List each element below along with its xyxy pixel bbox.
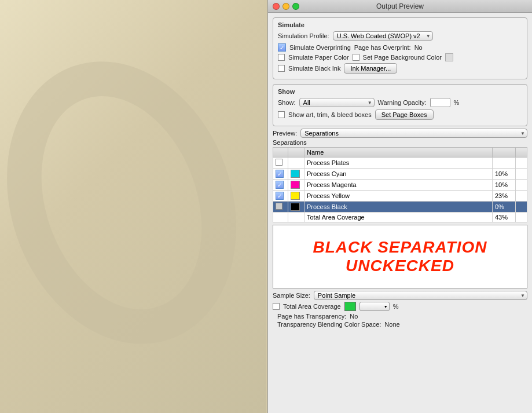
close-button[interactable] xyxy=(273,3,280,10)
col-pct xyxy=(493,148,516,158)
process-black-checkbox[interactable] xyxy=(276,203,282,210)
total-area-coverage-label: Total Area Coverage xyxy=(283,303,341,310)
table-row: Process Cyan 10% xyxy=(273,169,527,180)
show-row: Show: AllCompositesSeparations Warning O… xyxy=(278,98,522,107)
col-check xyxy=(273,148,288,158)
preview-area: BLACK SEPARATION UNCKECKED xyxy=(273,225,527,288)
page-transparency-label: Page has Transparency: xyxy=(277,313,346,320)
show-art-trim-checkbox[interactable] xyxy=(278,111,285,118)
yellow-swatch xyxy=(291,192,300,200)
total-area-coverage-color[interactable] xyxy=(344,302,356,311)
set-page-bg-color-swatch[interactable] xyxy=(445,53,453,61)
page-transparency-value: No xyxy=(350,313,358,320)
separations-table-header: Name xyxy=(273,148,527,158)
set-page-bg-label: Set Page Background Color xyxy=(363,54,442,61)
row-extra xyxy=(516,180,527,191)
row-extra xyxy=(516,202,527,213)
separations-table: Name Process Plates xyxy=(273,147,527,222)
col-name: Name xyxy=(304,148,493,158)
simulate-section: Simulate Simulation Profile: U.S. Web Co… xyxy=(273,17,527,79)
row-swatch xyxy=(288,169,304,180)
maximize-button[interactable] xyxy=(292,3,299,10)
ink-manager-button[interactable]: Ink Manager... xyxy=(344,63,397,74)
simulation-profile-label: Simulation Profile: xyxy=(278,32,329,39)
total-area-coverage-checkbox[interactable] xyxy=(273,303,280,310)
preview-dropdown[interactable]: SeparationsOverprint PreviewColor Warnin… xyxy=(300,129,527,138)
bottom-section: Sample Size: Point Sample3 by 3 Average5… xyxy=(273,291,527,328)
process-yellow-checkbox[interactable] xyxy=(276,192,284,200)
row-check xyxy=(273,213,288,222)
minimize-button[interactable] xyxy=(282,3,289,10)
table-row: Process Plates xyxy=(273,158,527,169)
transparency-blend-row: Transparency Blending Color Space: None xyxy=(277,321,523,328)
total-area-pct: % xyxy=(393,303,399,310)
simulate-black-ink-checkbox[interactable] xyxy=(278,65,285,72)
row-check[interactable] xyxy=(273,180,288,191)
table-row-process-black: Process Black 0% xyxy=(273,202,527,213)
preview-content-text: BLACK SEPARATION UNCKECKED xyxy=(273,238,527,275)
window-title: Output Preview xyxy=(376,2,424,10)
simulate-overprinting-checkbox[interactable] xyxy=(278,43,286,52)
row-name: Process Plates xyxy=(304,158,493,169)
preview-row: Preview: SeparationsOverprint PreviewCol… xyxy=(273,129,527,138)
row-swatch xyxy=(288,158,304,169)
cyan-swatch xyxy=(291,170,300,178)
show-art-trim-label: Show art, trim, & bleed boxes xyxy=(288,111,372,118)
row-check[interactable] xyxy=(273,191,288,202)
sample-size-dropdown[interactable]: Point Sample3 by 3 Average5 by 5 Average xyxy=(314,291,527,300)
process-plates-checkbox[interactable] xyxy=(276,159,282,166)
warning-opacity-pct: % xyxy=(454,99,460,106)
warning-opacity-label: Warning Opacity: xyxy=(378,99,427,106)
simulate-paper-color-row: Simulate Paper Color Set Page Background… xyxy=(278,53,522,61)
table-row: Process Magenta 10% xyxy=(273,180,527,191)
magenta-swatch xyxy=(291,181,300,189)
show-dropdown-wrapper[interactable]: AllCompositesSeparations xyxy=(299,98,375,107)
process-magenta-checkbox[interactable] xyxy=(276,181,284,189)
row-check[interactable] xyxy=(273,169,288,180)
col-swatch xyxy=(288,148,304,158)
sample-size-dropdown-wrapper[interactable]: Point Sample3 by 3 Average5 by 5 Average xyxy=(314,291,527,300)
preview-label: Preview: xyxy=(273,130,297,137)
sample-size-label: Sample Size: xyxy=(273,292,310,299)
decorative-shape xyxy=(0,29,274,377)
total-area-coverage-value[interactable]: 280 xyxy=(359,302,390,311)
black-swatch xyxy=(291,203,300,211)
row-check[interactable] xyxy=(273,158,288,169)
set-page-boxes-button[interactable]: Set Page Boxes xyxy=(375,109,434,120)
show-art-row: Show art, trim, & bleed boxes Set Page B… xyxy=(278,109,522,120)
simulate-paper-color-checkbox[interactable] xyxy=(278,54,285,61)
profile-row: Simulation Profile: U.S. Web Coated (SWO… xyxy=(278,31,522,41)
simulate-black-ink-label: Simulate Black Ink xyxy=(288,65,340,72)
total-area-coverage-row: Total Area Coverage 280 % xyxy=(273,302,527,311)
output-preview-panel: Output Preview Simulate Simulation Profi… xyxy=(267,0,532,413)
simulate-overprinting-row: Simulate Overprinting Page has Overprint… xyxy=(278,43,522,52)
simulation-profile-dropdown[interactable]: U.S. Web Coated (SWOP) v2 xyxy=(333,31,433,41)
simulation-profile-dropdown-wrapper[interactable]: U.S. Web Coated (SWOP) v2 xyxy=(333,31,433,41)
show-section: Show Show: AllCompositesSeparations Warn… xyxy=(273,84,527,126)
row-pct xyxy=(493,158,516,169)
table-row-total: Total Area Coverage 43% xyxy=(273,213,527,222)
separations-table-container: Separations Name Process Pla xyxy=(273,139,527,222)
page-has-overprint-value: No xyxy=(414,44,423,51)
show-label: Show: xyxy=(278,99,296,106)
total-area-num-wrapper[interactable]: 280 xyxy=(359,302,390,311)
row-swatch xyxy=(288,213,304,222)
title-bar: Output Preview xyxy=(268,0,532,13)
simulate-overprinting-label: Simulate Overprinting xyxy=(289,44,351,51)
warning-opacity-input[interactable]: 100 xyxy=(430,98,450,107)
row-extra xyxy=(516,169,527,180)
row-name: Process Black xyxy=(304,202,493,213)
row-pct: 0% xyxy=(493,202,516,213)
row-name: Process Magenta xyxy=(304,180,493,191)
simulate-paper-color-label: Simulate Paper Color xyxy=(288,54,349,61)
row-extra xyxy=(516,191,527,202)
total-value: 43% xyxy=(493,213,516,222)
row-check[interactable] xyxy=(273,202,288,213)
row-extra xyxy=(516,158,527,169)
preview-dropdown-wrapper[interactable]: SeparationsOverprint PreviewColor Warnin… xyxy=(300,129,527,138)
show-dropdown[interactable]: AllCompositesSeparations xyxy=(299,98,375,107)
process-cyan-checkbox[interactable] xyxy=(276,170,284,178)
set-page-bg-checkbox[interactable] xyxy=(353,54,359,61)
separations-label: Separations xyxy=(273,139,527,146)
col-extra xyxy=(516,148,527,158)
